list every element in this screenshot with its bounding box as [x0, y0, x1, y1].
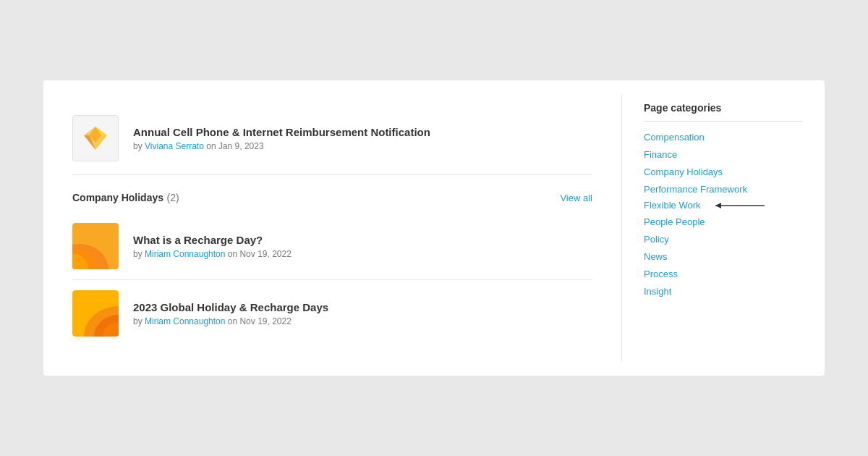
section-title-area: Company Holidays (2) [72, 191, 179, 204]
category-link-insight[interactable]: Insight [644, 286, 671, 297]
article-title-1: 2023 Global Holiday & Recharge Days [133, 301, 328, 313]
article-date-0: Nov 19, 2022 [239, 249, 291, 259]
article-title-0: What is a Recharge Day? [133, 234, 292, 246]
article-meta-prefix-0: by [133, 249, 145, 259]
article-meta-prefix-1: by [133, 316, 145, 326]
article-thumbnail-0 [72, 223, 119, 269]
category-item-flexible-work: Flexible Work [644, 200, 803, 211]
category-item-compensation: Compensation [644, 130, 803, 143]
sidebar-title: Page categories [644, 102, 803, 122]
category-link-people-people[interactable]: People People [644, 216, 705, 227]
category-link-finance[interactable]: Finance [644, 149, 677, 160]
article-info-0: What is a Recharge Day? by Miriam Connau… [133, 234, 292, 259]
article-info-1: 2023 Global Holiday & Recharge Days by M… [133, 301, 328, 326]
category-link-performance-framework[interactable]: Performance Framework [644, 184, 747, 195]
main-card: Annual Cell Phone & Internet Reimburseme… [43, 80, 825, 376]
article-meta-0: by Miriam Connaughton on Nov 19, 2022 [133, 249, 292, 259]
article-author-0[interactable]: Miriam Connaughton [145, 249, 225, 259]
article-meta-1: by Miriam Connaughton on Nov 19, 2022 [133, 316, 328, 326]
article-meta-connector-0: on [228, 249, 240, 259]
category-link-company-holidays[interactable]: Company Holidays [644, 166, 723, 177]
article-item-0: What is a Recharge Day? by Miriam Connau… [72, 213, 592, 280]
category-item-process: Process [644, 267, 803, 280]
article-date-1: Nov 19, 2022 [239, 316, 291, 326]
category-list: Compensation Finance Company Holidays Pe… [644, 130, 803, 297]
category-item-insight: Insight [644, 284, 803, 297]
featured-article: Annual Cell Phone & Internet Reimburseme… [72, 102, 592, 175]
main-content-area: Annual Cell Phone & Internet Reimburseme… [43, 95, 622, 361]
section-title: Company Holidays [72, 192, 163, 203]
section-count: (2) [166, 192, 179, 203]
article-item-1: 2023 Global Holiday & Recharge Days by M… [72, 280, 592, 347]
view-all-link[interactable]: View all [560, 193, 592, 203]
category-item-people-people: People People [644, 215, 803, 228]
category-item-policy: Policy [644, 232, 803, 245]
article-meta-connector-1: on [228, 316, 240, 326]
category-link-policy[interactable]: Policy [644, 234, 669, 245]
category-item-performance-framework: Performance Framework [644, 182, 803, 195]
featured-article-author[interactable]: Viviana Serrato [145, 141, 204, 151]
article-thumbnail-1 [72, 290, 119, 337]
featured-meta-connector: on [206, 141, 218, 151]
section-header: Company Holidays (2) View all [72, 175, 592, 213]
category-link-process[interactable]: Process [644, 269, 678, 279]
category-item-company-holidays: Company Holidays [644, 165, 803, 178]
article-author-1[interactable]: Miriam Connaughton [145, 316, 225, 326]
featured-article-title: Annual Cell Phone & Internet Reimburseme… [133, 126, 430, 138]
category-item-news: News [644, 250, 803, 263]
featured-meta-prefix: by [133, 141, 142, 151]
featured-article-meta: by Viviana Serrato on Jan 9, 2023 [133, 141, 430, 151]
category-item-finance: Finance [644, 148, 803, 161]
featured-article-info: Annual Cell Phone & Internet Reimburseme… [133, 126, 430, 151]
category-link-flexible-work[interactable]: Flexible Work [644, 200, 701, 211]
featured-article-thumbnail [72, 115, 119, 161]
category-link-news[interactable]: News [644, 251, 668, 262]
arrow-annotation [708, 200, 766, 211]
category-link-compensation[interactable]: Compensation [644, 132, 705, 143]
svg-marker-13 [715, 203, 721, 208]
section-company-holidays: Company Holidays (2) View all What is a [72, 175, 592, 347]
sidebar: Page categories Compensation Finance Com… [622, 95, 825, 361]
featured-article-date: Jan 9, 2023 [218, 141, 264, 151]
